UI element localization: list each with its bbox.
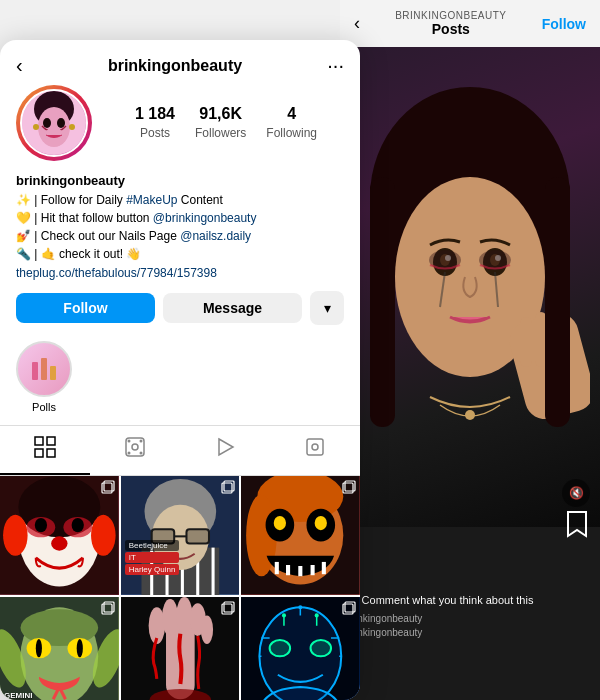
following-label: Following	[266, 126, 317, 140]
bio-link[interactable]: theplug.co/thefabulous/77984/157398	[16, 266, 217, 280]
follow-button[interactable]: Follow	[16, 293, 155, 323]
beetlejuice-tag: Beetlejuice	[125, 540, 180, 551]
svg-marker-37	[219, 439, 233, 455]
svg-point-49	[91, 515, 116, 556]
grid-multi-icon-6	[342, 601, 356, 618]
sound-icon[interactable]: 🔇	[562, 479, 590, 507]
tagged-tab-icon	[304, 436, 326, 463]
svg-point-113	[282, 613, 286, 617]
grid-label-4: GEMINI the basilisk	[4, 691, 42, 700]
bio-section: brinkingonbeauty ✨ | Follow for Daily #M…	[0, 173, 360, 291]
svg-rect-9	[520, 317, 532, 367]
profile-menu-button[interactable]: ···	[327, 54, 344, 77]
avatar-ring	[16, 85, 92, 161]
grid-tab-icon	[34, 436, 56, 463]
profile-back-button[interactable]: ‹	[16, 54, 23, 77]
posts-count: 1 184	[135, 105, 175, 123]
grid-multi-icon-5	[221, 601, 235, 618]
following-stat[interactable]: 4 Following	[266, 105, 317, 141]
svg-point-21	[57, 118, 65, 128]
message-button[interactable]: Message	[163, 293, 302, 323]
svg-point-39	[312, 444, 318, 450]
grid-item-3[interactable]	[241, 476, 360, 595]
reel-comment: ty Comment what you think about this kin…	[350, 593, 590, 640]
svg-rect-13	[545, 177, 570, 427]
svg-point-45	[35, 518, 47, 532]
tab-grid[interactable]	[0, 426, 90, 475]
bio-username: brinkingonbeauty	[16, 173, 344, 188]
tab-play[interactable]	[180, 426, 270, 475]
svg-point-22	[33, 124, 39, 130]
svg-point-46	[72, 518, 84, 532]
highlights-section: Polls	[0, 337, 360, 425]
svg-point-32	[132, 444, 138, 450]
avatar	[20, 89, 88, 157]
reel-follow-button[interactable]: Follow	[542, 16, 586, 32]
tab-reels[interactable]	[90, 426, 180, 475]
svg-rect-12	[370, 177, 395, 427]
svg-point-16	[465, 410, 475, 420]
reel-panel: ‹ BRINKINGONBEAUTY Posts Follow brinking…	[340, 0, 600, 700]
svg-point-95	[162, 599, 178, 636]
svg-point-20	[43, 118, 51, 128]
svg-point-73	[315, 516, 327, 530]
highlight-label-polls: Polls	[32, 401, 56, 413]
svg-point-36	[140, 452, 143, 455]
grid-multi-icon-1	[101, 480, 115, 497]
bio-line-3: 💅 | Check out our Nails Page @nailsz.dai…	[16, 227, 344, 245]
bio-line-4: 🔦 | 🤙 check it out! 👋	[16, 245, 344, 263]
posts-stat[interactable]: 1 184 Posts	[135, 105, 175, 141]
svg-point-104	[270, 640, 290, 656]
svg-rect-38	[307, 439, 323, 455]
it-tag: IT	[125, 552, 180, 563]
followers-count: 91,6K	[195, 105, 246, 123]
svg-point-87	[77, 639, 83, 657]
svg-rect-27	[35, 437, 43, 445]
svg-rect-26	[50, 366, 56, 380]
reel-header: ‹ BRINKINGONBEAUTY Posts Follow	[340, 0, 600, 47]
profile-header: ‹ brinkingonbeauty ···	[0, 40, 360, 85]
posts-grid: Beetlejuice IT Harley Quinn	[0, 476, 360, 700]
followers-label: Followers	[195, 126, 246, 140]
reel-back-button[interactable]: ‹	[354, 13, 360, 34]
reel-username-top: BRINKINGONBEAUTY	[395, 10, 506, 21]
bio-text: ✨ | Follow for Daily #MakeUp Content 💛 |…	[16, 191, 344, 263]
svg-point-98	[200, 615, 212, 644]
svg-point-33	[128, 440, 131, 443]
reels-tab-icon	[124, 436, 146, 463]
svg-rect-24	[32, 362, 38, 380]
action-buttons: Follow Message ▾	[0, 291, 360, 337]
highlight-ring-polls	[16, 341, 72, 397]
grid-item-6[interactable]	[241, 597, 360, 700]
reel-video-content	[340, 47, 600, 527]
svg-point-86	[36, 639, 42, 657]
grid-item-1[interactable]	[0, 476, 119, 595]
following-count: 4	[266, 105, 317, 123]
highlight-polls[interactable]: Polls	[16, 341, 72, 413]
svg-point-115	[315, 613, 319, 617]
svg-rect-28	[47, 437, 55, 445]
profile-panel: ‹ brinkingonbeauty ···	[0, 40, 360, 700]
svg-point-48	[3, 515, 28, 556]
svg-rect-62	[186, 529, 209, 543]
tab-tagged[interactable]	[270, 426, 360, 475]
reel-video-area[interactable]: 🔇	[340, 47, 600, 527]
svg-rect-29	[35, 449, 43, 457]
avatar-container[interactable]	[16, 85, 92, 161]
grid-multi-icon-2	[221, 480, 235, 497]
svg-point-35	[128, 452, 131, 455]
svg-point-105	[311, 640, 331, 656]
svg-point-34	[140, 440, 143, 443]
grid-item-5[interactable]	[121, 597, 240, 700]
tab-bar	[0, 425, 360, 476]
grid-item-4[interactable]: GEMINI the basilisk	[0, 597, 119, 700]
bookmark-icon[interactable]	[566, 510, 588, 544]
posts-label: Posts	[140, 126, 170, 140]
svg-rect-25	[41, 358, 47, 380]
followers-stat[interactable]: 91,6K Followers	[195, 105, 246, 141]
svg-point-114	[299, 605, 303, 609]
dropdown-button[interactable]: ▾	[310, 291, 344, 325]
grid-item-2[interactable]: Beetlejuice IT Harley Quinn	[121, 476, 240, 595]
stats-container: 1 184 Posts 91,6K Followers 4 Following	[108, 105, 344, 141]
bio-line-1: ✨ | Follow for Daily #MakeUp Content	[16, 191, 344, 209]
